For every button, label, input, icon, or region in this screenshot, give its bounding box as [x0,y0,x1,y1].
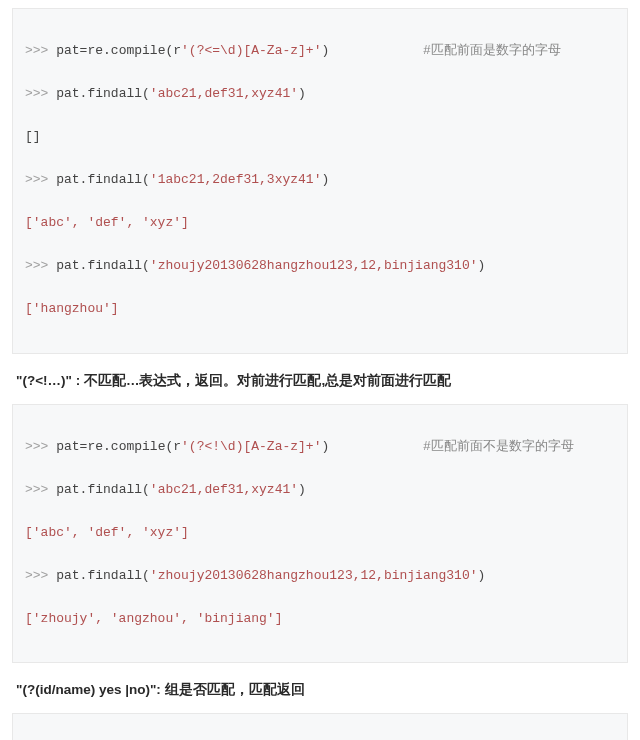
code-text: ) [298,86,306,101]
comment: #匹配前面不是数字的字母 [423,436,574,457]
prompt: >>> [25,258,56,273]
prompt: >>> [25,172,56,187]
string-literal: '(?<!\d)[A-Za-z]+' [181,439,321,454]
output-line: [] [25,126,615,147]
section-heading-2: "(?(id/name) yes |no)": 组是否匹配，匹配返回 [0,679,640,705]
code-text: ) [478,568,486,583]
code-text: pat.findall( [56,86,150,101]
code-text: pat=re.compile(r [56,43,181,58]
code-line: >>> pat.findall('1abc21,2def31,3xyz41') [25,169,615,190]
code-text: ) [478,258,486,273]
output-line: ['hangzhou'] [25,298,615,319]
code-block-1: >>> pat=re.compile(r'(?<=\d)[A-Za-z]+')#… [12,8,628,354]
code-text: ) [321,43,329,58]
section-heading-1: "(?<!…)" : 不匹配…表达式，返回。对前进行匹配,总是对前面进行匹配 [0,370,640,396]
prompt: >>> [25,568,56,583]
string-literal: 'abc21,def31,xyz41' [150,86,298,101]
code-line: >>> pat.findall('zhoujy20130628hangzhou1… [25,565,615,586]
prompt: >>> [25,439,56,454]
code-text: ) [321,172,329,187]
code-text: ) [298,482,306,497]
code-text: pat=re.compile(r [56,439,181,454]
string-literal: 'zhoujy20130628hangzhou123,12,binjiang31… [150,568,478,583]
code-text: pat.findall( [56,568,150,583]
output-line: ['abc', 'def', 'xyz'] [25,212,615,233]
string-literal: '1abc21,2def31,3xyz41' [150,172,322,187]
code-line: >>> pat=re.compile(r'(?<!\d)[A-Za-z]+')#… [25,436,615,457]
string-literal: '(?<=\d)[A-Za-z]+' [181,43,321,58]
string-literal: 'abc21,def31,xyz41' [150,482,298,497]
code-text: pat.findall( [56,482,150,497]
prompt: >>> [25,86,56,101]
code-line: >>> pat.findall('abc21,def31,xyz41') [25,83,615,104]
code-line: >>> pat=re.compile(r'(?<=\d)[A-Za-z]+')#… [25,40,615,61]
prompt: >>> [25,43,56,58]
code-block-2: >>> pat=re.compile(r'(?<!\d)[A-Za-z]+')#… [12,404,628,664]
code-line: >>> pat.findall('abc21,def31,xyz41') [25,479,615,500]
code-block-3: >>> pat=re.compile(r'a(\d)?bc(?(1)\d)')#… [12,713,628,740]
output-line: ['abc', 'def', 'xyz'] [25,522,615,543]
output-line: ['zhoujy', 'angzhou', 'binjiang'] [25,608,615,629]
code-line: >>> pat.findall('zhoujy20130628hangzhou1… [25,255,615,276]
comment: #匹配前面是数字的字母 [423,40,561,61]
code-text: pat.findall( [56,258,150,273]
code-text: ) [321,439,329,454]
string-literal: 'zhoujy20130628hangzhou123,12,binjiang31… [150,258,478,273]
prompt: >>> [25,482,56,497]
code-text: pat.findall( [56,172,150,187]
